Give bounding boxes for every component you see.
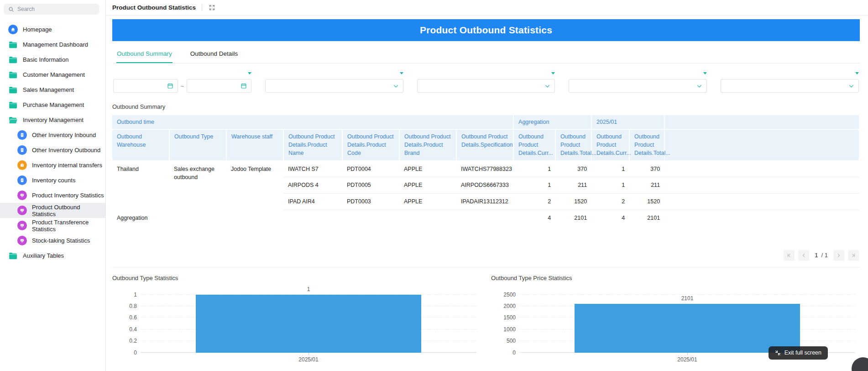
- calendar-icon: [167, 83, 173, 89]
- outbound-type-select[interactable]: [265, 79, 403, 93]
- sidebar-item-label: Other Inventory Outbound: [32, 147, 100, 154]
- filter-outbound-warehouse: [569, 72, 707, 93]
- sidebar-item-product-inventory-statistics[interactable]: Product Inventory Statistics: [0, 188, 105, 203]
- sidebar-item-inventory-management[interactable]: Inventory Management: [0, 112, 105, 127]
- sidebar-item-label: Inventory internal transfers: [32, 162, 102, 169]
- cell-product-brand: APPLE: [399, 194, 456, 210]
- pagination-current[interactable]: 1: [815, 252, 818, 259]
- x-tick-mark: [309, 353, 309, 355]
- outbound-position-select[interactable]: [721, 79, 859, 93]
- sidebar-item-label: Sales Management: [23, 86, 74, 93]
- tab-outbound-summary[interactable]: Outbound Summary: [116, 46, 173, 63]
- column-header: Outbound Product Details.Total...: [555, 129, 591, 160]
- search-input[interactable]: [17, 6, 95, 12]
- banner-title: Product Outbound Statistics: [420, 25, 552, 36]
- chevron-down-icon: [393, 83, 399, 89]
- cell-product-brand: APPLE: [399, 177, 456, 194]
- filter-condition-dropdown[interactable]: [397, 72, 403, 74]
- fullscreen-expand-icon[interactable]: [208, 4, 215, 11]
- chart-plot-area: 12025/0100.20.40.60.81: [112, 282, 481, 367]
- table-row: ThailandSales exchange outboundJodoo Tem…: [112, 161, 859, 177]
- pagination-first-button[interactable]: [784, 250, 795, 261]
- caret-down-icon: [551, 72, 555, 74]
- column-header: Outbound Product Details.Specification: [456, 129, 513, 160]
- filter-condition-dropdown[interactable]: [549, 72, 555, 74]
- sidebar-item-inventory-internal-transfers[interactable]: Inventory internal transfers: [0, 158, 105, 173]
- topbar: Product Outbound Statistics: [106, 0, 868, 16]
- folder-icon: [8, 100, 18, 110]
- sidebar-item-other-inventory-outbound[interactable]: Other Inventory Outbound: [0, 143, 105, 158]
- cell-specification: IPADAIR13112312: [456, 194, 513, 210]
- pagination-total: / 1: [821, 252, 828, 259]
- sidebar-nav: HomepageManagement DashboardBasic Inform…: [0, 22, 105, 263]
- sidebar-item-sales-management[interactable]: Sales Management: [0, 82, 105, 97]
- cell-agg-current-qty: 1: [513, 161, 555, 177]
- caret-down-icon: [248, 72, 251, 74]
- filter-condition-dropdown[interactable]: [246, 72, 251, 74]
- tab-outbound-details[interactable]: Outbound Details: [190, 46, 238, 63]
- cell-product-brand: APPLE: [399, 161, 456, 177]
- group-header-Outbound time: Outbound time: [112, 115, 513, 129]
- document-icon: [17, 130, 27, 140]
- exit-fullscreen-button[interactable]: Exit full screen: [769, 346, 828, 360]
- cell-month-total: 1520: [629, 194, 664, 210]
- cell-empty: [664, 210, 859, 226]
- filter-product-name: [417, 72, 555, 93]
- sidebar-item-product-transference-statistics[interactable]: Product Transference Statistics: [0, 218, 105, 233]
- cell-agg-current-qty: 1: [513, 177, 555, 194]
- outbound-time-end-date-input[interactable]: [187, 79, 251, 93]
- y-tick-label: 0: [134, 350, 137, 356]
- sidebar-item-label: Purchase Management: [23, 101, 84, 108]
- document-icon: [17, 145, 27, 155]
- filter-condition-dropdown[interactable]: [701, 72, 707, 74]
- filter-condition-dropdown[interactable]: [853, 72, 859, 74]
- sidebar-item-other-inventory-inbound[interactable]: Other Inventory Inbound: [0, 127, 105, 143]
- sidebar-item-label: Product Inventory Statistics: [32, 192, 104, 199]
- pagination-prev-button[interactable]: [798, 250, 809, 261]
- sidebar-item-homepage[interactable]: Homepage: [0, 22, 105, 37]
- folder-icon: [8, 70, 18, 80]
- chart-title: Outbound Type Price Statistics: [491, 275, 860, 281]
- home-icon: [8, 25, 18, 34]
- sidebar-item-purchase-management[interactable]: Purchase Management: [0, 97, 105, 112]
- sidebar-item-label: Product Outbound Statistics: [32, 204, 105, 217]
- sidebar-item-inventory-counts[interactable]: Inventory counts: [0, 173, 105, 188]
- cell-specification: AIRPODS6667333: [456, 177, 513, 194]
- column-header: [664, 129, 859, 160]
- table-section-title: Outbound Summary: [112, 103, 860, 110]
- cell-product-code: PDT0005: [342, 177, 399, 194]
- cell-outbound-warehouse: Thailand: [112, 161, 169, 210]
- aggregation-label: Aggregation: [112, 210, 513, 226]
- cell-agg-current-qty: 2: [513, 194, 555, 210]
- column-header: Outbound Product Details.Total...: [629, 129, 664, 160]
- group-header-Aggregation: Aggregation: [513, 115, 591, 129]
- main-area: Product Outbound Statistics Product Outb…: [106, 0, 868, 371]
- sidebar-item-stock-taking-statistics[interactable]: Stock-taking Statistics: [0, 233, 105, 248]
- column-header: Outbound Product Details.Curr...: [513, 129, 555, 160]
- search-icon: [8, 6, 14, 12]
- y-tick-label: 2000: [503, 303, 516, 309]
- chevron-down-icon: [848, 83, 854, 89]
- outbound-time-start-date-input[interactable]: [113, 79, 178, 93]
- cell-warehouse-staff: Jodoo Template: [226, 161, 283, 210]
- pagination-last-button[interactable]: [848, 250, 859, 261]
- sidebar-item-product-outbound-statistics[interactable]: Product Outbound Statistics: [0, 203, 105, 218]
- column-header: Outbound Product Details.Product Brand: [399, 129, 456, 160]
- pagination-next-button[interactable]: [833, 250, 844, 261]
- sidebar-item-customer-management[interactable]: Customer Management: [0, 67, 105, 82]
- sidebar-item-label: Customer Management: [23, 71, 85, 78]
- y-tick-label: 0.6: [129, 314, 137, 321]
- product-name-select[interactable]: [417, 79, 555, 93]
- outbound-summary-table: Outbound timeAggregation2025/01Outbound …: [112, 115, 860, 226]
- divider: [202, 4, 202, 11]
- outbound-warehouse-select[interactable]: [569, 79, 707, 93]
- sidebar-item-basic-information[interactable]: Basic Information: [0, 52, 105, 67]
- sidebar-item-auxiliary-tables[interactable]: Auxiliary Tables: [0, 248, 105, 263]
- sidebar-item-management-dashboard[interactable]: Management Dashboard: [0, 37, 105, 52]
- gridline: [519, 294, 855, 295]
- bar-2025/01: [575, 304, 800, 353]
- cell-month-total: 211: [629, 177, 664, 194]
- cell-agg-total: 370: [555, 161, 591, 177]
- search-box[interactable]: [4, 4, 99, 15]
- sidebar: HomepageManagement DashboardBasic Inform…: [0, 0, 106, 371]
